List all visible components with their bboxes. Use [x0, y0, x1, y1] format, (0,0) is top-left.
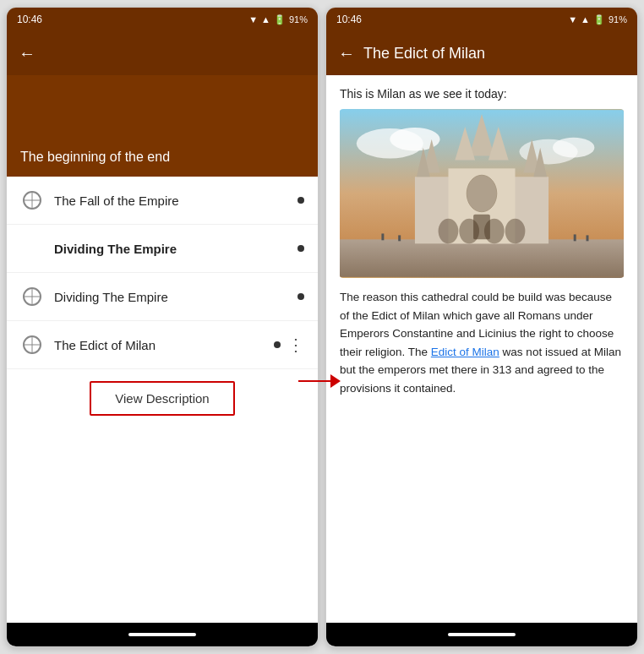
list-item-text: The Fall of the Empire — [54, 193, 297, 208]
item-dot — [297, 197, 304, 204]
right-time: 10:46 — [336, 14, 362, 25]
left-status-icons: ▼ ▲ 🔋 91% — [248, 14, 308, 25]
svg-rect-22 — [398, 235, 401, 241]
item-dot — [297, 293, 304, 300]
view-description-container: View Description — [7, 369, 318, 428]
svg-point-4 — [553, 138, 594, 158]
bottom-bar — [7, 623, 318, 646]
battery-percent: 91% — [289, 14, 308, 25]
svg-rect-23 — [574, 234, 576, 241]
right-phone-screen: 10:46 ▼ ▲ 🔋 91% ← The Edict of Milan Thi… — [325, 7, 638, 647]
right-status-bar: 10:46 ▼ ▲ 🔋 91% — [326, 8, 637, 31]
globe-icon-container — [20, 285, 44, 308]
list-item-text-bold: Dividing The Empire — [54, 242, 297, 256]
battery-percent: 91% — [609, 14, 627, 25]
left-app-header: ← — [7, 31, 318, 75]
back-arrow-icon[interactable]: ← — [19, 44, 35, 63]
svg-point-20 — [505, 219, 526, 244]
list-item[interactable]: Dividing The Empire — [7, 225, 318, 273]
arrow-line — [298, 380, 330, 382]
list-container: The Fall of the Empire Dividing The Empi… — [7, 177, 318, 623]
list-item-text: Dividing The Empire — [54, 290, 297, 304]
left-status-bar: 10:46 ▼ ▲ 🔋 91% — [7, 8, 318, 31]
globe-icon-container — [20, 188, 44, 212]
wifi-icon: ▼ — [248, 14, 258, 25]
item-dot — [297, 245, 304, 252]
content-intro: This is Milan as we see it today: — [340, 87, 624, 101]
description-text: The reason this cathedral could be build… — [340, 288, 624, 398]
battery-icon: 🔋 — [274, 14, 286, 25]
battery-icon: 🔋 — [593, 14, 605, 25]
hero-area: The beginning of the end — [7, 75, 318, 177]
bottom-indicator — [448, 633, 516, 636]
svg-point-18 — [459, 219, 479, 244]
bottom-indicator — [128, 633, 196, 636]
list-item[interactable]: Dividing The Empire — [7, 273, 318, 321]
svg-rect-5 — [340, 239, 624, 276]
list-item-edict[interactable]: The Edict of Milan ⋮ — [7, 321, 318, 369]
svg-rect-24 — [587, 235, 589, 241]
view-description-button[interactable]: View Description — [90, 381, 234, 416]
list-item[interactable]: The Fall of the Empire — [7, 177, 318, 225]
wifi-icon: ▼ — [568, 14, 577, 25]
page-title: The Edict of Milan — [363, 45, 485, 63]
list-item-text: The Edict of Milan — [54, 338, 274, 352]
svg-point-17 — [439, 219, 459, 244]
left-time: 10:46 — [17, 14, 42, 25]
arrow-indicator — [298, 374, 341, 388]
arrow-head — [330, 374, 341, 388]
signal-icon: ▲ — [261, 14, 270, 25]
right-app-header: ← The Edict of Milan — [326, 31, 637, 75]
globe-icon — [23, 191, 41, 210]
right-status-icons: ▼ ▲ 🔋 91% — [568, 14, 627, 25]
hero-text: The beginning of the end — [20, 150, 170, 165]
svg-rect-21 — [381, 233, 384, 240]
globe-icon — [23, 335, 41, 354]
edict-link[interactable]: Edict of Milan — [431, 346, 499, 358]
svg-point-15 — [467, 175, 497, 211]
left-phone-screen: 10:46 ▼ ▲ 🔋 91% ← The beginning of the e… — [6, 7, 319, 647]
more-options-icon[interactable]: ⋮ — [287, 336, 304, 353]
globe-icon-container — [20, 333, 44, 357]
right-content: This is Milan as we see it today: — [326, 75, 637, 623]
cathedral-image — [340, 109, 624, 278]
right-bottom-bar — [326, 623, 637, 646]
signal-icon: ▲ — [581, 14, 590, 25]
globe-icon — [23, 287, 41, 306]
back-arrow-icon[interactable]: ← — [338, 44, 355, 63]
svg-point-19 — [484, 219, 505, 244]
item-dot — [274, 341, 281, 348]
